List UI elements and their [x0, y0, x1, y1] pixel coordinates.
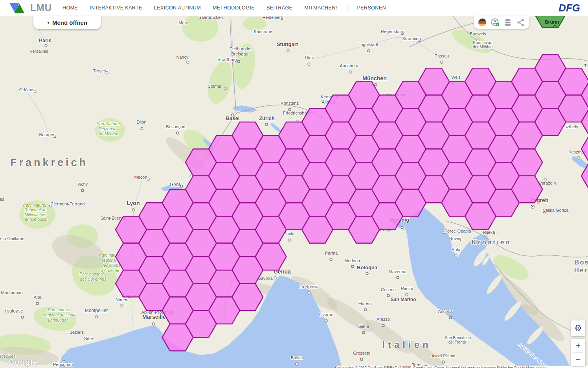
share-icon[interactable] — [516, 18, 526, 27]
top-navigation-bar: LMU HOMEINTERAKTIVE KARTELEXICON ALPINUM… — [0, 0, 588, 16]
city-label: Montpellier — [85, 308, 108, 313]
city-label: Paris — [39, 37, 51, 43]
lmu-logo-text: LMU — [30, 2, 52, 13]
city-marker — [364, 309, 367, 311]
nav-divider — [347, 4, 347, 11]
map-toolbar — [474, 16, 529, 29]
city-label: Florenz — [358, 301, 373, 306]
city-marker — [95, 316, 97, 318]
city-marker — [401, 226, 403, 229]
city-label: Freiburg im — [230, 46, 252, 51]
city-marker — [397, 276, 399, 279]
city-marker — [406, 294, 408, 296]
map-canvas[interactable]: ParisVersaillesTroyesOrléansBourgesMetzS… — [0, 0, 588, 368]
city-label: Stuttgart — [277, 41, 298, 47]
gear-icon: ⚙ — [574, 323, 582, 333]
city-marker — [147, 178, 149, 180]
city-label: La Spezia — [300, 284, 319, 289]
city-marker — [176, 132, 179, 134]
city-label: Béziers — [70, 330, 84, 335]
city-label: Ingolstadt — [359, 42, 378, 47]
city-marker — [237, 60, 240, 63]
nav-item-personen[interactable]: PERSONEN — [357, 5, 386, 11]
city-label: Genf — [170, 182, 180, 187]
city-label: Augsburg — [340, 63, 358, 68]
city-marker — [375, 83, 377, 86]
park-label: en Limousin — [25, 217, 48, 222]
city-marker-zagreb-dot — [532, 206, 533, 207]
nav-item-interaktive-karte[interactable]: INTERAKTIVE KARTE — [90, 5, 142, 11]
city-label: der Moldau — [473, 45, 492, 49]
city-marker — [187, 61, 189, 63]
city-label: Budweis — [470, 31, 486, 36]
city-label: Velika Gorica — [543, 208, 569, 213]
park-label: Régional de — [24, 207, 46, 212]
interactive-map[interactable]: ParisVersaillesTroyesOrléansBourgesMetzS… — [0, 0, 588, 368]
city-marker — [442, 361, 445, 363]
map-settings-button[interactable]: ⚙ — [571, 320, 585, 336]
park-label: Parc Naturel — [23, 203, 46, 207]
nav-item-beitr-ge[interactable]: BEITRÄGE — [266, 5, 292, 11]
map-attribution: Kartendaten © 2017 GeoBasis-DE/BKG (©200… — [335, 366, 588, 368]
open-menu-button[interactable]: ▾ Menü öffnen — [33, 16, 101, 29]
city-marker — [382, 324, 384, 327]
city-marker — [21, 316, 24, 318]
city-label: Varaždin — [539, 181, 556, 185]
city-label: Wels — [451, 75, 461, 80]
city-marker — [366, 272, 368, 275]
park-label: Parc naturel — [48, 307, 70, 312]
city-label: Krumau an — [473, 41, 492, 45]
main-nav: HOMEINTERAKTIVE KARTELEXICON ALPINUMMETH… — [57, 4, 392, 11]
city-label: Tr — [584, 63, 588, 68]
city-label: Grosseto — [353, 351, 371, 355]
city-marker — [296, 363, 298, 365]
city-label: Pula — [452, 247, 461, 252]
city-label: Besançon — [166, 124, 186, 129]
park-label: Languedoc — [48, 318, 69, 322]
city-label: Rijeka — [483, 230, 495, 235]
nav-item-methodologie[interactable]: METHODOLOGIE — [213, 5, 255, 11]
city-label: Montauban — [1, 290, 22, 295]
city-label: Parma — [325, 251, 338, 255]
city-label: San Marino — [391, 297, 416, 302]
city-label: Rovinj — [449, 236, 461, 241]
city-label: Siena — [358, 324, 369, 329]
park-label: du Morvan — [99, 131, 118, 136]
city-label: San Benedetto — [445, 336, 471, 340]
attribution-text: Kartendaten © 2017 GeoBasis-DE/BKG (©200… — [335, 366, 588, 368]
city-label: Metz — [178, 20, 188, 25]
city-marker — [81, 189, 84, 192]
german-flag-icon[interactable] — [478, 18, 487, 27]
city-marker — [121, 305, 123, 307]
zoom-in-button[interactable]: + — [571, 339, 585, 352]
dfg-logo[interactable]: DFG — [559, 2, 580, 14]
city-label: Brive-la-Gaillarde — [0, 236, 24, 241]
zoom-control: + − — [571, 339, 585, 366]
city-label: Marseille — [142, 314, 166, 320]
city-marker — [36, 302, 39, 305]
city-label: Bologna — [357, 264, 378, 270]
zoom-out-button[interactable]: − — [571, 353, 585, 366]
city-label: Straßburg — [218, 57, 237, 62]
open-menu-label: Menü öffnen — [52, 19, 87, 26]
park-label: Parc Naturel — [97, 121, 120, 126]
city-marker — [45, 44, 47, 47]
city-label: Zürich — [259, 115, 275, 121]
nav-item-mitmachen-[interactable]: MITMACHEN! — [304, 5, 337, 11]
city-label: Konstanz — [281, 101, 299, 105]
database-icon[interactable] — [503, 18, 513, 27]
city-marker — [287, 50, 289, 52]
nav-item-home[interactable]: HOME — [62, 5, 78, 11]
city-marker — [368, 50, 370, 52]
nav-item-lexicon-alpinum[interactable]: LEXICON ALPINUM — [154, 5, 201, 11]
city-label: Albi — [34, 295, 41, 300]
city-label: Bourges — [39, 132, 55, 137]
city-marker — [288, 239, 290, 241]
city-label: Clermont-Ferrand — [51, 202, 85, 206]
country-label: Her — [574, 266, 588, 274]
city-marker — [325, 320, 327, 322]
user-check-icon[interactable] — [491, 18, 500, 27]
city-marker — [180, 185, 183, 187]
city-label: Ulm — [305, 55, 313, 60]
lmu-logo[interactable]: LMU — [9, 2, 52, 14]
